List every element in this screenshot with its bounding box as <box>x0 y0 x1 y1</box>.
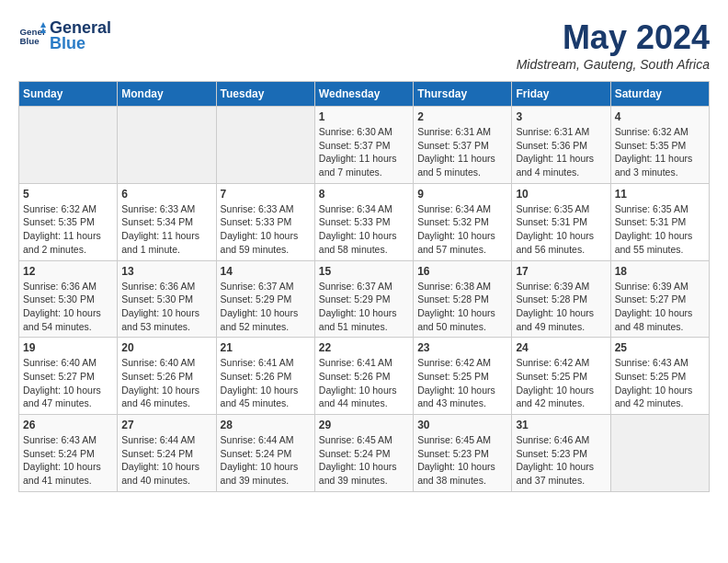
day-info: Sunrise: 6:36 AM Sunset: 5:30 PM Dayligh… <box>121 280 211 334</box>
month-title: May 2024 <box>517 18 710 57</box>
calendar-cell: 23Sunrise: 6:42 AM Sunset: 5:25 PM Dayli… <box>414 338 512 415</box>
calendar-cell: 6Sunrise: 6:33 AM Sunset: 5:34 PM Daylig… <box>118 183 216 260</box>
calendar-table: SundayMondayTuesdayWednesdayThursdayFrid… <box>18 81 710 492</box>
day-number: 19 <box>23 341 113 354</box>
calendar-cell: 26Sunrise: 6:43 AM Sunset: 5:24 PM Dayli… <box>19 415 118 492</box>
day-number: 7 <box>221 188 311 201</box>
day-number: 15 <box>319 265 409 278</box>
calendar-cell: 17Sunrise: 6:39 AM Sunset: 5:28 PM Dayli… <box>512 260 610 338</box>
day-number: 12 <box>23 265 113 278</box>
day-of-week-header: Friday <box>512 82 610 107</box>
day-info: Sunrise: 6:45 AM Sunset: 5:23 PM Dayligh… <box>417 433 507 488</box>
day-number: 17 <box>516 265 606 278</box>
calendar-cell: 25Sunrise: 6:43 AM Sunset: 5:25 PM Dayli… <box>610 338 709 415</box>
day-number: 31 <box>516 419 606 431</box>
day-number: 22 <box>319 341 409 354</box>
day-info: Sunrise: 6:32 AM Sunset: 5:35 PM Dayligh… <box>615 125 705 179</box>
calendar-cell: 1Sunrise: 6:30 AM Sunset: 5:37 PM Daylig… <box>314 107 413 184</box>
calendar-cell <box>118 107 216 184</box>
day-info: Sunrise: 6:34 AM Sunset: 5:33 PM Dayligh… <box>319 202 409 257</box>
calendar-cell: 16Sunrise: 6:38 AM Sunset: 5:28 PM Dayli… <box>414 260 512 338</box>
day-number: 4 <box>615 110 705 123</box>
day-number: 6 <box>121 188 211 201</box>
day-number: 25 <box>615 341 705 354</box>
day-number: 30 <box>417 419 507 431</box>
calendar-week-row: 19Sunrise: 6:40 AM Sunset: 5:27 PM Dayli… <box>19 338 710 415</box>
day-number: 24 <box>516 341 606 354</box>
day-number: 9 <box>417 188 507 201</box>
calendar-cell: 2Sunrise: 6:31 AM Sunset: 5:37 PM Daylig… <box>414 107 512 184</box>
calendar-week-row: 1Sunrise: 6:30 AM Sunset: 5:37 PM Daylig… <box>19 107 710 184</box>
day-number: 26 <box>23 419 113 431</box>
day-number: 11 <box>615 188 705 201</box>
day-number: 21 <box>221 341 311 354</box>
day-number: 16 <box>417 265 507 278</box>
day-info: Sunrise: 6:38 AM Sunset: 5:28 PM Dayligh… <box>417 280 507 334</box>
day-info: Sunrise: 6:45 AM Sunset: 5:24 PM Dayligh… <box>319 433 409 488</box>
calendar-cell: 14Sunrise: 6:37 AM Sunset: 5:29 PM Dayli… <box>216 260 314 338</box>
day-info: Sunrise: 6:37 AM Sunset: 5:29 PM Dayligh… <box>221 280 311 334</box>
page-header: General Blue General Blue May 2024 Midst… <box>18 18 710 72</box>
calendar-cell <box>216 107 314 184</box>
day-number: 13 <box>121 265 211 278</box>
day-info: Sunrise: 6:34 AM Sunset: 5:32 PM Dayligh… <box>417 202 507 257</box>
calendar-cell: 20Sunrise: 6:40 AM Sunset: 5:26 PM Dayli… <box>118 338 216 415</box>
day-info: Sunrise: 6:39 AM Sunset: 5:28 PM Dayligh… <box>516 280 606 334</box>
day-info: Sunrise: 6:35 AM Sunset: 5:31 PM Dayligh… <box>516 202 606 257</box>
day-info: Sunrise: 6:44 AM Sunset: 5:24 PM Dayligh… <box>121 433 211 488</box>
calendar-week-row: 12Sunrise: 6:36 AM Sunset: 5:30 PM Dayli… <box>19 260 710 338</box>
title-block: May 2024 Midstream, Gauteng, South Afric… <box>517 18 710 72</box>
day-number: 2 <box>417 110 507 123</box>
calendar-week-row: 26Sunrise: 6:43 AM Sunset: 5:24 PM Dayli… <box>19 415 710 492</box>
logo: General Blue General Blue <box>18 18 111 53</box>
day-info: Sunrise: 6:42 AM Sunset: 5:25 PM Dayligh… <box>417 356 507 410</box>
day-info: Sunrise: 6:33 AM Sunset: 5:34 PM Dayligh… <box>121 202 211 257</box>
calendar-cell <box>19 107 118 184</box>
day-info: Sunrise: 6:41 AM Sunset: 5:26 PM Dayligh… <box>319 356 409 410</box>
day-info: Sunrise: 6:31 AM Sunset: 5:36 PM Dayligh… <box>516 125 606 179</box>
day-number: 29 <box>319 419 409 431</box>
calendar-cell: 19Sunrise: 6:40 AM Sunset: 5:27 PM Dayli… <box>19 338 118 415</box>
calendar-cell: 31Sunrise: 6:46 AM Sunset: 5:23 PM Dayli… <box>512 415 610 492</box>
calendar-cell: 4Sunrise: 6:32 AM Sunset: 5:35 PM Daylig… <box>610 107 709 184</box>
day-of-week-header: Sunday <box>19 82 118 107</box>
day-number: 28 <box>221 419 311 431</box>
day-number: 20 <box>121 341 211 354</box>
calendar-cell: 15Sunrise: 6:37 AM Sunset: 5:29 PM Dayli… <box>314 260 413 338</box>
day-of-week-header: Tuesday <box>216 82 314 107</box>
day-info: Sunrise: 6:36 AM Sunset: 5:30 PM Dayligh… <box>23 280 113 334</box>
calendar-cell: 28Sunrise: 6:44 AM Sunset: 5:24 PM Dayli… <box>216 415 314 492</box>
day-info: Sunrise: 6:30 AM Sunset: 5:37 PM Dayligh… <box>319 125 409 179</box>
day-number: 27 <box>121 419 211 431</box>
calendar-cell: 10Sunrise: 6:35 AM Sunset: 5:31 PM Dayli… <box>512 183 610 260</box>
day-info: Sunrise: 6:46 AM Sunset: 5:23 PM Dayligh… <box>516 433 606 488</box>
day-of-week-header: Thursday <box>414 82 512 107</box>
calendar-cell <box>610 415 709 492</box>
day-info: Sunrise: 6:40 AM Sunset: 5:26 PM Dayligh… <box>121 356 211 410</box>
day-of-week-header: Wednesday <box>314 82 413 107</box>
calendar-cell: 29Sunrise: 6:45 AM Sunset: 5:24 PM Dayli… <box>314 415 413 492</box>
day-of-week-header: Saturday <box>610 82 709 107</box>
calendar-cell: 11Sunrise: 6:35 AM Sunset: 5:31 PM Dayli… <box>610 183 709 260</box>
calendar-week-row: 5Sunrise: 6:32 AM Sunset: 5:35 PM Daylig… <box>19 183 710 260</box>
day-info: Sunrise: 6:43 AM Sunset: 5:25 PM Dayligh… <box>615 356 705 410</box>
calendar-cell: 27Sunrise: 6:44 AM Sunset: 5:24 PM Dayli… <box>118 415 216 492</box>
location: Midstream, Gauteng, South Africa <box>517 57 710 72</box>
day-info: Sunrise: 6:37 AM Sunset: 5:29 PM Dayligh… <box>319 280 409 334</box>
day-info: Sunrise: 6:43 AM Sunset: 5:24 PM Dayligh… <box>23 433 113 488</box>
calendar-cell: 7Sunrise: 6:33 AM Sunset: 5:33 PM Daylig… <box>216 183 314 260</box>
calendar-cell: 21Sunrise: 6:41 AM Sunset: 5:26 PM Dayli… <box>216 338 314 415</box>
day-info: Sunrise: 6:32 AM Sunset: 5:35 PM Dayligh… <box>23 202 113 257</box>
day-number: 18 <box>615 265 705 278</box>
calendar-cell: 9Sunrise: 6:34 AM Sunset: 5:32 PM Daylig… <box>414 183 512 260</box>
day-of-week-header: Monday <box>118 82 216 107</box>
day-info: Sunrise: 6:40 AM Sunset: 5:27 PM Dayligh… <box>23 356 113 410</box>
svg-text:Blue: Blue <box>20 36 40 46</box>
calendar-header-row: SundayMondayTuesdayWednesdayThursdayFrid… <box>19 82 710 107</box>
calendar-cell: 3Sunrise: 6:31 AM Sunset: 5:36 PM Daylig… <box>512 107 610 184</box>
day-info: Sunrise: 6:35 AM Sunset: 5:31 PM Dayligh… <box>615 202 705 257</box>
calendar-cell: 22Sunrise: 6:41 AM Sunset: 5:26 PM Dayli… <box>314 338 413 415</box>
calendar-cell: 13Sunrise: 6:36 AM Sunset: 5:30 PM Dayli… <box>118 260 216 338</box>
day-info: Sunrise: 6:33 AM Sunset: 5:33 PM Dayligh… <box>221 202 311 257</box>
calendar-cell: 12Sunrise: 6:36 AM Sunset: 5:30 PM Dayli… <box>19 260 118 338</box>
